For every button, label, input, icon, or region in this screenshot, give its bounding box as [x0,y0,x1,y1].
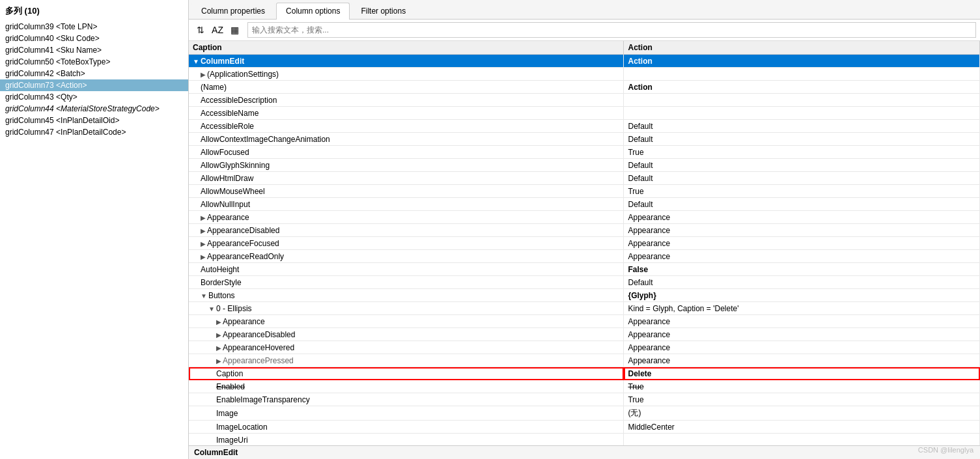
table-row-2[interactable]: (Name)Action [189,81,980,94]
row-action-20: Appearance [624,315,980,328]
row-action-23: Appearance [624,354,980,367]
row-caption-0: ▼ColumnEdit [189,55,624,68]
row-action-19: Kind = Glyph, Caption = 'Delete' [624,302,980,315]
row-action-12: Appearance [624,211,980,224]
table-row-23[interactable]: ▶AppearancePressedAppearance [189,354,980,367]
row-action-27: (无) [624,406,980,421]
col-header-caption: Caption [189,41,624,55]
row-caption-26: EnableImageTransparency [189,393,624,406]
table-row-24[interactable]: CaptionDelete [189,367,980,380]
table-row-5[interactable]: AccessibleRoleDefault [189,120,980,133]
table-row-17[interactable]: BorderStyleDefault [189,276,980,289]
expand-icon-19[interactable]: ▼ [208,305,215,313]
sort-btn-1[interactable]: ⇅ [193,22,208,38]
expand-icon-15[interactable]: ▶ [201,253,206,260]
table-row-11[interactable]: AllowNullInputDefault [189,198,980,211]
table-row-19[interactable]: ▼0 - EllipsisKind = Glyph, Caption = 'De… [189,302,980,315]
table-row-25[interactable]: EnabledTrue [189,380,980,393]
row-caption-10: AllowMouseWheel [189,185,624,198]
sidebar-item-4[interactable]: gridColumn42 <Batch> [0,68,188,79]
row-action-2: Action [624,81,980,94]
table-row-18[interactable]: ▼Buttons{Glyph} [189,289,980,302]
row-action-15: Appearance [624,250,980,263]
toolbar: ⇅ AZ ▦ [189,20,980,41]
table-row-9[interactable]: AllowHtmlDrawDefault [189,172,980,185]
watermark: CSDN @lilenglya [918,446,973,454]
expand-icon-12[interactable]: ▶ [201,214,206,221]
row-action-28: MiddleCenter [624,421,980,434]
table-row-22[interactable]: ▶AppearanceHoveredAppearance [189,341,980,354]
row-action-29 [624,434,980,446]
table-row-26[interactable]: EnableImageTransparencyTrue [189,393,980,406]
row-caption-21: ▶AppearanceDisabled [189,328,624,341]
sidebar-item-0[interactable]: gridColumn39 <Tote LPN> [0,21,188,33]
row-caption-19: ▼0 - Ellipsis [189,302,624,315]
tab-2[interactable]: Filter options [351,3,415,19]
table-row-1[interactable]: ▶(ApplicationSettings) [189,68,980,81]
sidebar-item-5[interactable]: gridColumn73 <Action> [0,79,188,91]
expand-icon-23[interactable]: ▶ [216,357,221,365]
sidebar-item-3[interactable]: gridColumn50 <ToteBoxType> [0,56,188,68]
table-row-16[interactable]: AutoHeightFalse [189,263,980,276]
table-row-29[interactable]: ImageUri [189,434,980,446]
expand-icon-0[interactable]: ▼ [193,58,199,65]
tab-1[interactable]: Column options [276,3,350,20]
row-action-24: Delete [624,367,980,380]
table-row-6[interactable]: AllowContextImageChangeAnimationDefault [189,133,980,146]
expand-icon-20[interactable]: ▶ [216,318,221,326]
table-row-12[interactable]: ▶AppearanceAppearance [189,211,980,224]
row-action-8: Default [624,159,980,172]
sidebar-item-2[interactable]: gridColumn41 <Sku Name> [0,44,188,56]
table-row-14[interactable]: ▶AppearanceFocusedAppearance [189,237,980,250]
sidebar-item-6[interactable]: gridColumn43 <Qty> [0,91,188,103]
expand-icon-13[interactable]: ▶ [201,227,206,234]
row-action-9: Default [624,172,980,185]
table-row-21[interactable]: ▶AppearanceDisabledAppearance [189,328,980,341]
table-row-20[interactable]: ▶AppearanceAppearance [189,315,980,328]
table-row-15[interactable]: ▶AppearanceReadOnlyAppearance [189,250,980,263]
table-row-10[interactable]: AllowMouseWheelTrue [189,185,980,198]
row-caption-1: ▶(ApplicationSettings) [189,68,624,81]
tab-0[interactable]: Column properties [191,3,275,19]
col-header-action: Action [624,41,980,55]
sort-btn-2[interactable]: AZ [210,22,225,38]
row-caption-8: AllowGlyphSkinning [189,159,624,172]
search-input[interactable] [247,22,976,38]
row-caption-12: ▶Appearance [189,211,624,224]
table-row-27[interactable]: Image(无) [189,406,980,421]
row-caption-24: Caption [189,367,624,380]
table-row-8[interactable]: AllowGlyphSkinningDefault [189,159,980,172]
sidebar-item-7[interactable]: gridColumn44 <MaterialStoreStrategyCode> [0,103,188,115]
expand-icon-21[interactable]: ▶ [216,331,221,339]
row-action-25: True [624,380,980,393]
expand-icon-1[interactable]: ▶ [201,71,206,78]
row-action-16: False [624,263,980,276]
row-caption-3: AccessibleDescription [189,94,624,107]
table-row-3[interactable]: AccessibleDescription [189,94,980,107]
sidebar: 多列 (10) gridColumn39 <Tote LPN>gridColum… [0,0,189,459]
sidebar-item-9[interactable]: gridColumn47 <InPlanDetailCode> [0,126,188,138]
row-caption-28: ImageLocation [189,421,624,434]
row-caption-25: Enabled [189,380,624,393]
row-caption-5: AccessibleRole [189,120,624,133]
row-action-0: Action [624,55,980,68]
row-caption-22: ▶AppearanceHovered [189,341,624,354]
expand-icon-18[interactable]: ▼ [201,292,207,299]
row-action-7: True [624,146,980,159]
table-row-28[interactable]: ImageLocationMiddleCenter [189,421,980,434]
sidebar-item-1[interactable]: gridColumn40 <Sku Code> [0,33,188,44]
row-caption-4: AccessibleName [189,107,624,120]
row-caption-13: ▶AppearanceDisabled [189,224,624,237]
row-caption-9: AllowHtmlDraw [189,172,624,185]
bottom-bar: ColumnEdit [189,445,980,459]
table-row-4[interactable]: AccessibleName [189,107,980,120]
main-panel: Column propertiesColumn optionsFilter op… [189,0,980,459]
expand-icon-14[interactable]: ▶ [201,240,206,247]
table-row-13[interactable]: ▶AppearanceDisabledAppearance [189,224,980,237]
grid-btn[interactable]: ▦ [227,22,242,38]
expand-icon-22[interactable]: ▶ [216,344,221,352]
table-row-0[interactable]: ▼ColumnEditAction [189,55,980,68]
row-action-18: {Glyph} [624,289,980,302]
sidebar-item-8[interactable]: gridColumn45 <InPlanDetailOid> [0,115,188,126]
table-row-7[interactable]: AllowFocusedTrue [189,146,980,159]
